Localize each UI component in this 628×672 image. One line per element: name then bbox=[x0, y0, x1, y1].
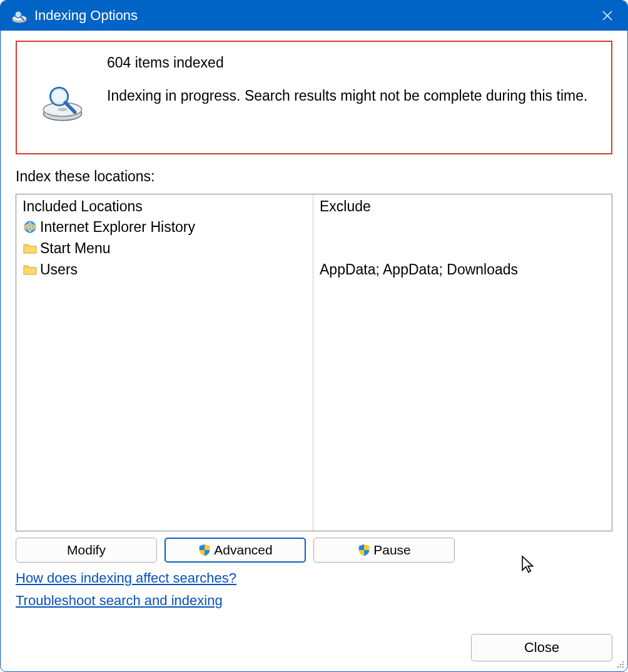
exclude-column: Exclude AppData; AppData; Downloads bbox=[313, 194, 612, 531]
svg-point-14 bbox=[622, 661, 624, 663]
titlebar: Indexing Options bbox=[1, 1, 627, 31]
close-icon[interactable] bbox=[592, 1, 622, 31]
folder-icon bbox=[23, 262, 38, 277]
troubleshoot-link[interactable]: Troubleshoot search and indexing bbox=[16, 593, 223, 609]
window-title: Indexing Options bbox=[34, 8, 592, 24]
button-row: Modify Advanced bbox=[16, 538, 612, 563]
locations-list: Included Locations Internet Explorer His… bbox=[16, 194, 612, 531]
included-header: Included Locations bbox=[23, 198, 306, 215]
indexing-progress-message: Indexing in progress. Search results mig… bbox=[107, 86, 587, 106]
status-panel: 604 items indexed Indexing in progress. … bbox=[16, 41, 612, 154]
close-button[interactable]: Close bbox=[471, 634, 612, 661]
shield-icon bbox=[357, 543, 371, 557]
included-column: Included Locations Internet Explorer His… bbox=[16, 194, 313, 531]
exclude-value: AppData; AppData; Downloads bbox=[320, 259, 605, 280]
status-text: 604 items indexed Indexing in progress. … bbox=[107, 53, 587, 106]
exclude-value bbox=[320, 216, 605, 238]
locations-label: Index these locations: bbox=[16, 168, 612, 185]
svg-point-10 bbox=[53, 91, 66, 103]
svg-point-19 bbox=[622, 666, 624, 668]
app-icon bbox=[11, 7, 28, 24]
list-item[interactable]: Users bbox=[23, 259, 306, 280]
indexed-count: 604 items indexed bbox=[107, 53, 587, 73]
exclude-value bbox=[320, 238, 605, 259]
ie-icon bbox=[23, 219, 38, 234]
folder-icon bbox=[23, 241, 38, 256]
svg-point-15 bbox=[620, 664, 622, 666]
list-item[interactable]: Start Menu bbox=[23, 238, 306, 259]
location-name: Start Menu bbox=[40, 240, 111, 257]
advanced-button[interactable]: Advanced bbox=[165, 538, 306, 563]
list-item[interactable]: Internet Explorer History bbox=[23, 216, 306, 238]
svg-point-18 bbox=[620, 666, 622, 668]
svg-point-17 bbox=[617, 666, 619, 668]
shield-icon bbox=[198, 543, 211, 557]
location-name: Users bbox=[40, 261, 78, 278]
svg-point-8 bbox=[58, 108, 67, 111]
modify-button[interactable]: Modify bbox=[16, 538, 157, 563]
svg-point-16 bbox=[622, 664, 624, 666]
how-indexing-link[interactable]: How does indexing affect searches? bbox=[16, 570, 236, 586]
drive-search-icon bbox=[41, 79, 84, 123]
indexing-options-window: Indexing Options 604 items index bbox=[0, 0, 628, 672]
resize-grip-icon[interactable] bbox=[615, 659, 625, 669]
location-name: Internet Explorer History bbox=[40, 219, 195, 236]
content-area: 604 items indexed Indexing in progress. … bbox=[1, 31, 627, 671]
exclude-header: Exclude bbox=[320, 198, 605, 215]
pause-button[interactable]: Pause bbox=[313, 538, 455, 563]
